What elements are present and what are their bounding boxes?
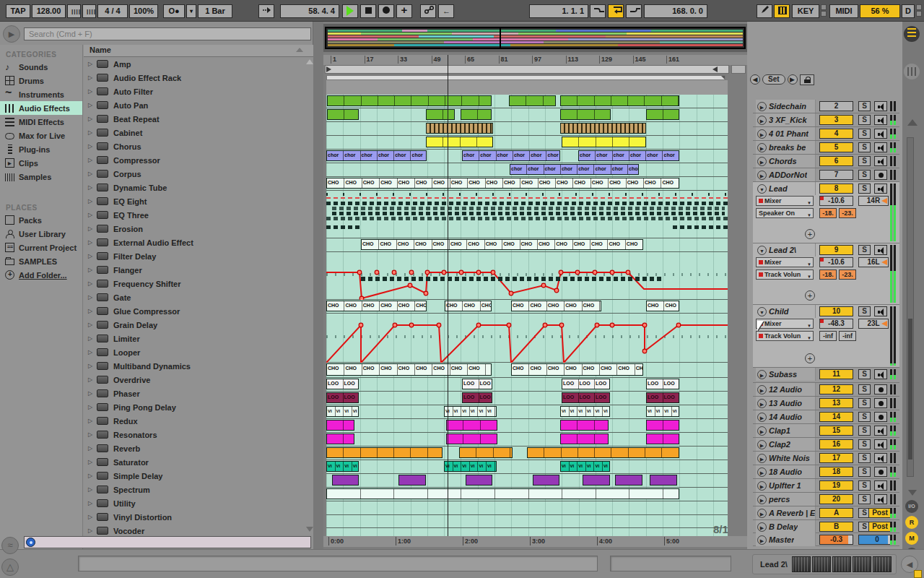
fold-triangle-icon[interactable]: ▶ xyxy=(757,481,767,491)
disclosure-triangle-icon[interactable]: ▷ xyxy=(88,349,97,355)
device-item-looper[interactable]: ▷Looper xyxy=(84,345,313,359)
clip[interactable] xyxy=(560,420,609,431)
scroll-down-icon[interactable] xyxy=(306,527,313,532)
automation-breakpoint[interactable] xyxy=(642,349,647,353)
sidebar-item-sounds[interactable]: Sounds xyxy=(0,60,82,74)
clip[interactable] xyxy=(560,95,679,106)
clip[interactable]: LOOLOO xyxy=(326,379,359,389)
speaker-icon[interactable] xyxy=(874,426,887,436)
solo-button[interactable]: S xyxy=(858,115,871,125)
device-item-simple-delay[interactable]: ▷Simple Delay xyxy=(84,469,313,483)
clip[interactable] xyxy=(461,109,492,120)
automation-breakpoint[interactable] xyxy=(459,270,463,275)
clip[interactable]: LOOLOO xyxy=(462,379,492,389)
disclosure-triangle-icon[interactable]: ▷ xyxy=(88,129,97,136)
add-automation-lane-button[interactable]: + xyxy=(805,229,815,239)
clip[interactable] xyxy=(426,123,493,134)
automation-envelope[interactable] xyxy=(326,314,728,363)
track-activator-button[interactable]: 3 xyxy=(819,115,853,125)
device-thumbnail[interactable] xyxy=(832,556,851,572)
disclosure-triangle-icon[interactable]: ▷ xyxy=(88,225,97,232)
disclosure-triangle-icon[interactable]: ▷ xyxy=(88,335,97,342)
track-activator-button[interactable]: 10 xyxy=(819,306,853,316)
track-activator-button[interactable]: 4 xyxy=(819,129,853,139)
device-item-ping-pong-delay[interactable]: ▷Ping Pong Delay xyxy=(84,400,313,414)
sidebar-item-samples[interactable]: Samples xyxy=(0,170,82,184)
clip[interactable] xyxy=(615,475,642,486)
clip[interactable] xyxy=(560,109,611,120)
track-activator-button[interactable]: 9 xyxy=(819,245,853,255)
track-activator-button[interactable]: 19 xyxy=(819,480,853,491)
speaker-icon[interactable] xyxy=(874,142,887,152)
pan-value-field[interactable]: 14R xyxy=(858,196,889,206)
clip[interactable] xyxy=(327,95,492,106)
disclosure-triangle-icon[interactable]: ▷ xyxy=(88,308,97,314)
speaker-icon[interactable] xyxy=(874,156,887,166)
automation-breakpoint[interactable] xyxy=(610,270,614,275)
automation-breakpoint[interactable] xyxy=(676,323,681,327)
sidebar-item-clips[interactable]: Clips xyxy=(0,156,82,170)
automation-breakpoint[interactable] xyxy=(476,323,481,327)
device-chooser[interactable]: Mixer▼ xyxy=(756,257,814,267)
fold-triangle-icon[interactable]: ▶ xyxy=(757,426,767,436)
device-item-dynamic-tube[interactable]: ▷Dynamic Tube xyxy=(84,181,313,194)
sidebar-item-drums[interactable]: Drums xyxy=(0,74,82,87)
solo-button[interactable]: S xyxy=(858,412,871,422)
fold-triangle-icon[interactable]: ▶ xyxy=(757,440,767,449)
solo-button[interactable]: S xyxy=(858,101,871,111)
arrangement-lane-audio13[interactable]: LOOLOOLOOLOOLOOLOOLOOLOOLOO xyxy=(326,392,728,405)
solo-button[interactable]: S xyxy=(858,426,871,436)
disclosure-triangle-icon[interactable]: ▷ xyxy=(88,322,97,328)
quantization-menu[interactable]: 1 Bar ▾ xyxy=(198,4,232,18)
clip[interactable] xyxy=(583,475,610,486)
clip[interactable]: chorchorchorchorchorchor xyxy=(462,150,560,161)
fold-triangle-icon[interactable]: ▼ xyxy=(757,246,767,255)
disclosure-triangle-icon[interactable]: ▷ xyxy=(88,267,97,273)
overview-viewport[interactable] xyxy=(325,27,746,49)
speaker-icon[interactable] xyxy=(874,306,887,316)
track-name-cell[interactable]: ▶breaks be xyxy=(756,141,816,154)
automation-breakpoint[interactable] xyxy=(554,288,559,293)
nudge-down-button[interactable]: |||| xyxy=(67,4,81,18)
sidebar-item-instruments[interactable]: Instruments xyxy=(0,87,82,101)
clip[interactable] xyxy=(446,434,497,444)
track-activator-button[interactable]: 7 xyxy=(819,170,853,180)
arrangement-lane-audio12[interactable]: LOOLOOLOOLOOLOOLOOLOOLOOLOO xyxy=(326,378,728,392)
pan-value-field[interactable]: 23L xyxy=(858,319,889,329)
disclosure-triangle-icon[interactable]: ▷ xyxy=(88,157,97,163)
fold-triangle-icon[interactable]: ▶ xyxy=(757,370,767,379)
disclosure-triangle-icon[interactable]: ▷ xyxy=(88,280,97,287)
clip[interactable]: VIVIVIVI xyxy=(326,406,359,417)
overdub-button[interactable]: + xyxy=(396,4,412,18)
clip[interactable]: chorchorchorchorchorchor xyxy=(578,150,679,161)
clip[interactable] xyxy=(646,420,679,431)
track-activator-button[interactable]: 11 xyxy=(819,369,853,379)
solo-button[interactable]: S xyxy=(858,156,871,166)
arm-button[interactable] xyxy=(874,412,887,422)
track-name-cell[interactable]: ▶Chords xyxy=(756,155,816,168)
fold-triangle-icon[interactable]: ▶ xyxy=(757,413,767,422)
arrangement-lane-lead-header[interactable]: CHOCHOCHOCHOCHOCHOCHOCHOCHOCHOCHOCHOCHOC… xyxy=(326,177,728,191)
track-activator-button[interactable]: 6 xyxy=(819,156,853,166)
track-activator-button[interactable]: 17 xyxy=(819,453,853,463)
info-icon[interactable] xyxy=(26,538,35,547)
arrangement-lane-breaks[interactable] xyxy=(326,136,728,150)
automation-breakpoint[interactable] xyxy=(642,323,647,327)
disclosure-triangle-icon[interactable]: ▷ xyxy=(88,500,97,506)
loop-toggle[interactable] xyxy=(608,4,624,18)
arrangement-lane-audio18[interactable]: VIVIVIVIVIVIVIVIVIVIVIVIVIVIVIVI xyxy=(326,460,728,474)
nudge-up-button[interactable]: |||| xyxy=(82,4,96,18)
disclosure-triangle-icon[interactable]: ▷ xyxy=(88,171,97,177)
fold-triangle-icon[interactable]: ▼ xyxy=(757,184,767,194)
arrangement-position-field[interactable]: 58. 4. 4 xyxy=(280,4,339,18)
device-item-saturator[interactable]: ▷Saturator xyxy=(84,455,313,469)
arm-button[interactable] xyxy=(874,170,887,180)
record-button[interactable] xyxy=(378,4,394,18)
places-item-add-folder[interactable]: Add Folder... xyxy=(0,268,82,282)
arrangement-lane-audio14[interactable]: VIVIVIVIVIVIVIVIVIVIVIVIVIVIVIVIVIVIVIVI xyxy=(326,405,728,419)
clip[interactable] xyxy=(426,109,455,120)
arrangement-lane-addornot[interactable]: chorchorchorchorchorchorchorchords (P xyxy=(326,163,728,177)
clip[interactable] xyxy=(527,447,679,458)
arrangement-lane-uplfter[interactable] xyxy=(326,474,728,488)
sidebar-item-max-for-live[interactable]: Max for Live xyxy=(0,129,82,142)
